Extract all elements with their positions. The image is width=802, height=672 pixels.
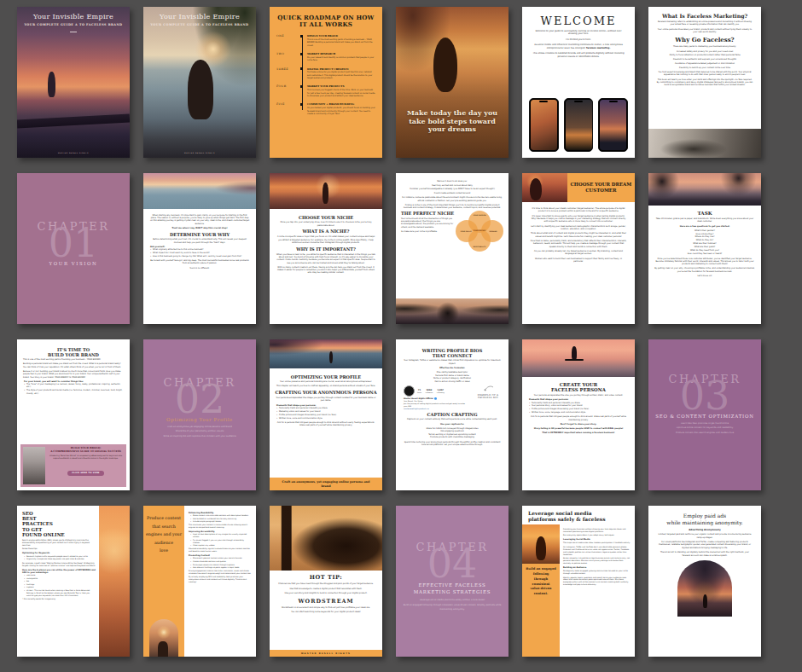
page-body: When starting any business, it's importa… [143, 209, 256, 275]
step-text: As you market your digital products, you… [307, 107, 375, 115]
paragraph: As you can probably already tell, my tar… [530, 250, 627, 256]
list-lead: Here are a few questions to get you star… [654, 225, 756, 228]
promotion-list: Share each piece of content across your … [190, 557, 250, 569]
roadmap-timeline: ONE DESIGN YOUR BRAND This is one of the… [276, 34, 375, 115]
section-heading: CAPTION CRAFTING [402, 412, 503, 417]
verified-badge-icon: ✔ [434, 397, 437, 400]
step-number: FIVE [276, 102, 297, 115]
page-title: Employ paid ads while maintaining anonym… [655, 513, 754, 526]
cover-footer: MASTER RESELL RIGHTS [17, 152, 130, 154]
section-heading: SEO BEST PRACTICES TO GET FOUND ONLINE [22, 511, 96, 537]
page-optimizing-profile[interactable]: OPTIMIZING YOUR PROFILE Your online pres… [270, 339, 382, 490]
page-profile-bios[interactable]: WRITING PROFILE BIOS THAT CONNECT Your I… [396, 339, 509, 490]
page-produce-content[interactable]: Produce content that search engines and … [143, 506, 256, 657]
page-welcome[interactable]: WELCOME Welcome to your guide to success… [522, 7, 635, 158]
chapter-number: 02 [175, 385, 225, 414]
photo-people-relaxing [648, 129, 761, 158]
page-quote[interactable]: Make today the day you take bold steps t… [396, 7, 509, 158]
tip-item: Input alt text descriptions of any image… [190, 533, 250, 538]
paragraph: Use that knowledge to create a digital p… [276, 588, 375, 591]
readability-list: Break content into scannable sections wi… [190, 514, 250, 523]
paragraph: For instance, someone passionate about t… [402, 196, 503, 202]
page-build-brand[interactable]: IT'S TIME TO BUILD YOUR BRAND This is on… [17, 339, 130, 490]
paragraph: Take 10 minutes, grab a pen & paper, and… [654, 217, 755, 223]
page-title: QUICK ROADMAP ON HOW IT ALL WORKS [276, 14, 375, 28]
paragraph: But anonymity opens doors if you adopt s… [563, 534, 631, 536]
diagram-caption: THE PERFECT NICHE Your niche should sit … [401, 211, 454, 252]
woman-silhouette [433, 38, 457, 92]
book-subtitle: YOUR COMPLETE GUIDE A TO FACELESS BRAND [17, 23, 130, 26]
page-cover-alt[interactable]: Your Invisible Empire YOUR COMPLETE GUID… [143, 7, 256, 158]
page-chapter-2[interactable]: CHAPTER 02 Optimizing Your Profile Craft… [143, 339, 256, 490]
click-here-to-view-button[interactable]: CLICK HERE TO VIEW [67, 471, 103, 476]
section-heading: IT'S TIME TO BUILD YOUR BRAND [22, 347, 125, 357]
paragraph: You hold expert knowledge and talent tha… [656, 71, 753, 77]
questions-list: What originally attracted me to this onl… [150, 248, 249, 258]
seo-place-item: alt text - This can be found when creati… [24, 589, 94, 597]
section-heading: WRITING PROFILE BIOS THAT CONNECT [402, 348, 503, 358]
paragraph: Elevated accessibility signals trustwort… [189, 547, 252, 553]
chapter-summary: Learn SEO best practices to get found on… [669, 421, 741, 435]
paragraph: You can start searching some keywords fo… [276, 611, 375, 614]
paragraph: Before determining what you'll sell, it'… [149, 238, 250, 244]
person-silhouette [536, 536, 546, 560]
paragraph: On Instagram, TikTok and YouTube don't u… [563, 546, 631, 556]
page-seo-practices[interactable]: SEO BEST PRACTICES TO GET FOUND ONLINE S… [17, 506, 130, 657]
criteria-item: Feel truly excited and curious about dai… [402, 184, 503, 187]
paragraph: This book will teach you how usher your … [656, 78, 753, 87]
seo-place-item: bio [24, 580, 94, 582]
chapter-title: YOUR VISION [49, 261, 98, 266]
tip-item: Research highest-traffic keywords people… [24, 555, 94, 558]
page-dream-customer[interactable]: CHOOSE YOUR DREAM CUSTOMER It's time to … [522, 173, 635, 324]
page-leverage-social[interactable]: Leverage social media platforms safely &… [522, 506, 635, 657]
page-chapter-1[interactable]: CHAPTER 01 YOUR VISION [17, 173, 130, 324]
page-determine-why[interactable]: When starting any business, it's importa… [143, 173, 256, 324]
page-chapter-3[interactable]: CHAPTER 03 SEO & CONTENT OPTIMIZATION Le… [648, 339, 761, 490]
paragraph: Building a personal brand will make you … [23, 362, 124, 368]
sidebar: Produce content that search engines and … [143, 506, 184, 657]
person-silhouette [329, 351, 333, 363]
page-choose-niche[interactable]: CHOOSE YOUR NICHE Once you tap into your… [270, 173, 382, 324]
page-chapter-4[interactable]: CHAPTER 04 EFFECTIVE FACELESS MARKETING … [396, 506, 509, 657]
page-cover-front[interactable]: Your Invisible Empire YOUR COMPLETE GUID… [17, 7, 130, 158]
persona-elements-list: Personality traits and personal interest… [529, 402, 628, 414]
tip-item: Share each piece of content across your … [190, 557, 250, 559]
paragraph: For visual platforms like Instagram and … [657, 541, 753, 549]
paragraph: Your Instagram, TikTok or website bio ma… [403, 359, 502, 365]
element-item: Personality traits and personal interest… [529, 402, 628, 404]
person-silhouette [703, 594, 707, 608]
caption-uses-list: Share fun tidbits not conveyed through i… [402, 427, 503, 439]
element-item: Written tone, voice, language, and commu… [529, 411, 628, 414]
paragraph: Limited, targeted paid ads reinforce you… [657, 533, 753, 539]
section-heading: DETERMINE YOUR WHY [148, 232, 251, 237]
step-number: FOUR [276, 84, 297, 97]
step-body: MARKET YOUR PRODUCTS This involves your … [307, 84, 375, 97]
woman-silhouette [530, 178, 542, 200]
chapter-title: SEO & CONTENT OPTIMIZATION [655, 414, 754, 419]
chapter-title: EFFECTIVE FACELESS MARKETING STRATEGIES [414, 582, 491, 595]
page-what-is-faceless[interactable]: What Is Faceless Marketing? Faceless mar… [648, 7, 761, 158]
element-item: Profile picture and images showcasing yo… [529, 408, 628, 410]
section-heading: OPTIMIZING YOUR PROFILE [275, 374, 377, 379]
page-perfect-niche[interactable]: Narrow it down to an area you: Feel trul… [396, 173, 509, 324]
photo-sunset-swimmer [522, 524, 560, 564]
benefit-item: Avoidance of appearance-based judgement … [654, 62, 755, 65]
section-heading: What Is Faceless Marketing? [654, 13, 755, 19]
page-roadmap[interactable]: QUICK ROADMAP ON HOW IT ALL WORKS ONE DE… [270, 7, 382, 158]
section-heading: CRAFTING YOUR ANONYMOUS PERSONA [275, 390, 377, 395]
page-body: Promoting your business without showing … [560, 524, 635, 657]
subsection-heading: Advertising Anonymously [655, 529, 754, 531]
book-title: Your Invisible Empire [143, 13, 256, 20]
tip-item: Close caption any videos [190, 544, 250, 547]
paragraph: This allows creators to establish brands… [532, 52, 625, 59]
phone-screen-sunset-bottle [566, 100, 592, 150]
page-paid-ads[interactable]: Employ paid ads while maintaining anonym… [648, 506, 761, 657]
page-hot-tip[interactable]: HOT TIP: Chances are that you have lived… [270, 506, 382, 657]
profile-link[interactable]: masterresellrightsproducts.co [404, 408, 503, 409]
tip-item: Fix issues flagged if you run your site … [190, 539, 250, 544]
photo-city-silhouette [270, 506, 382, 571]
page-task[interactable]: TASK Take 10 minutes, grab a pen & paper… [648, 173, 761, 324]
section-heading: CREATE YOUR FACELESS PERSONA [527, 382, 630, 392]
paragraph: Give them a name, personality traits, an… [530, 240, 627, 248]
page-faceless-persona[interactable]: CREATE YOUR FACELESS PERSONA Your person… [522, 339, 635, 490]
